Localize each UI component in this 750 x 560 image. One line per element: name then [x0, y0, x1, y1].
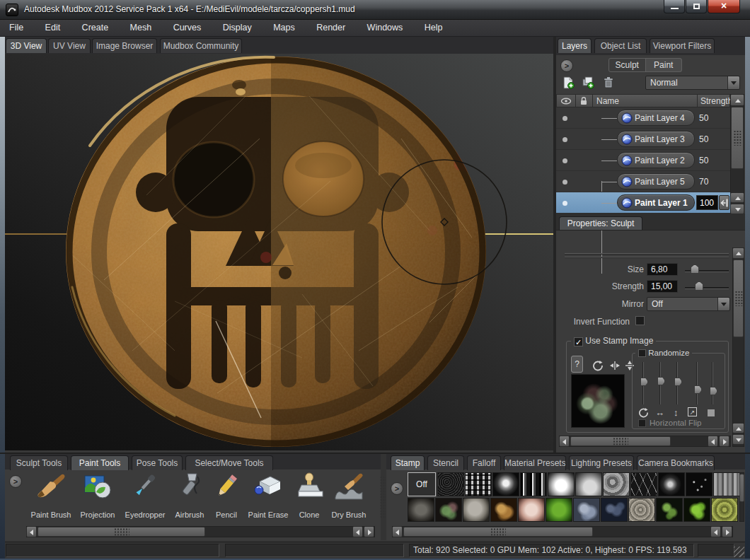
visibility-dot[interactable]	[562, 201, 567, 206]
menu-maps[interactable]: Maps	[264, 20, 304, 37]
random-slider-thumb[interactable]	[674, 378, 682, 386]
random-slider-2[interactable]	[659, 362, 661, 404]
invert-function-checkbox[interactable]	[635, 316, 645, 325]
props-hscroll-right[interactable]	[719, 436, 729, 447]
flip-horizontal-icon[interactable]	[609, 361, 621, 371]
stamp-thumbnail[interactable]	[465, 472, 492, 496]
stamp-thumbnail[interactable]	[573, 498, 600, 522]
layer-strength[interactable]: 50	[699, 156, 708, 165]
preset-scroll-left[interactable]	[392, 526, 403, 537]
random-slider-4[interactable]	[696, 362, 698, 404]
random-slider-thumb[interactable]	[640, 378, 648, 386]
toggle-paint[interactable]: Paint	[646, 59, 682, 71]
tab-paint-tools[interactable]: Paint Tools	[71, 455, 129, 470]
menu-windows[interactable]: Windows	[358, 20, 412, 37]
random-slider-1[interactable]	[642, 362, 644, 404]
resize-grip[interactable]	[734, 547, 744, 557]
stamp-thumbnail[interactable]	[575, 472, 602, 496]
stamp-thumbnail[interactable]	[437, 472, 464, 496]
layer-button[interactable]: Paint Layer 3	[617, 131, 695, 147]
tab-image-browser[interactable]: Image Browser	[92, 38, 157, 53]
tool-scroll-thumb[interactable]	[38, 527, 205, 537]
delete-layer-icon[interactable]	[603, 76, 614, 89]
title-bar[interactable]: Autodesk Mudbox 2012 Service Pack 1 x64 …	[0, 0, 750, 20]
stamp-thumbnail[interactable]	[490, 498, 517, 522]
tab-properties-sculpt[interactable]: Properties: Sculpt	[559, 216, 642, 230]
preset-scroll-thumb[interactable]	[403, 527, 593, 537]
dropdown-arrow-button[interactable]	[717, 298, 729, 310]
tab-select-move-tools[interactable]: Select/Move Tools	[185, 455, 273, 470]
tool-eyedropper[interactable]: Eyedropper	[123, 472, 167, 519]
random-slider-thumb[interactable]	[657, 377, 665, 385]
random-vertical-icon[interactable]: ↕	[674, 408, 679, 418]
random-scale-icon[interactable]: ↗	[688, 407, 697, 416]
new-group-icon[interactable]	[582, 76, 594, 89]
tab-material-presets[interactable]: Material Presets	[504, 455, 566, 470]
preset-scroll-right[interactable]	[722, 526, 732, 537]
tab-mudbox-community[interactable]: Mudbox Community	[160, 38, 242, 53]
stamp-thumbnail[interactable]	[656, 498, 683, 522]
layer-row[interactable]: Paint Layer 4 50	[556, 107, 730, 129]
strength-slider[interactable]	[685, 287, 729, 289]
menu-mesh[interactable]: Mesh	[121, 20, 161, 37]
random-slider-thumb[interactable]	[694, 385, 702, 394]
menu-create[interactable]: Create	[73, 20, 118, 37]
layer-button[interactable]: Paint Layer 5	[617, 173, 695, 189]
menu-help[interactable]: Help	[415, 20, 452, 37]
layer-button[interactable]: Paint Layer 1	[617, 194, 695, 211]
stamp-thumbnail[interactable]	[601, 498, 628, 522]
tab-stamp[interactable]: Stamp	[391, 455, 425, 470]
strength-slider-button[interactable]	[719, 195, 729, 210]
restore-button[interactable]	[686, 0, 707, 13]
minimize-button[interactable]	[664, 0, 685, 13]
layer-scroll-btn-down[interactable]	[730, 204, 744, 214]
props-hscroll-thumb[interactable]	[570, 436, 671, 446]
rotate-stamp-icon[interactable]	[592, 360, 604, 371]
props-vscroll-down[interactable]	[732, 434, 744, 445]
mirror-dropdown[interactable]: Off	[647, 297, 730, 311]
random-slider-thumb[interactable]	[710, 387, 717, 395]
stamp-picker-button[interactable]: ?	[571, 356, 583, 373]
stamp-preview-image[interactable]	[571, 374, 625, 428]
layer-button[interactable]: Paint Layer 2	[617, 152, 695, 168]
tab-stencil[interactable]: Stencil	[427, 455, 464, 470]
tool-projection[interactable]: Projection	[76, 472, 120, 519]
stamp-thumbnail[interactable]	[518, 498, 545, 522]
stamp-thumbnail[interactable]	[408, 498, 434, 522]
tab-viewport-filters[interactable]: Viewport Filters	[650, 38, 715, 53]
tab-pose-tools[interactable]: Pose Tools	[132, 455, 183, 470]
random-horizontal-icon[interactable]: ↔	[655, 408, 664, 418]
stamp-off-button[interactable]: Off	[408, 472, 436, 496]
tool-scroll-left2[interactable]	[352, 526, 363, 537]
size-slider[interactable]	[685, 270, 729, 272]
random-slider-5[interactable]	[712, 362, 713, 404]
viewport-3d[interactable]	[5, 54, 553, 450]
use-stamp-checkbox[interactable]: ✓	[574, 337, 583, 346]
stamp-thumbnail[interactable]	[546, 498, 572, 522]
layer-strength[interactable]: 70	[699, 177, 708, 187]
tab-falloff[interactable]: Falloff	[467, 455, 501, 470]
panel-expand-button[interactable]: >	[560, 59, 573, 72]
visibility-dot[interactable]	[562, 116, 567, 121]
layer-strength[interactable]: 50	[699, 134, 708, 144]
props-vscroll-thumb[interactable]	[733, 259, 744, 337]
lock-column-icon[interactable]	[579, 96, 589, 106]
strength-input[interactable]: 15,00	[647, 280, 678, 293]
preset-scroll-left2[interactable]	[710, 526, 721, 537]
visibility-column-icon[interactable]	[560, 98, 572, 105]
stamp-thumbnail[interactable]	[492, 472, 519, 496]
stamp-thumbnail[interactable]	[548, 472, 575, 496]
toggle-sculpt[interactable]: Sculpt	[609, 59, 645, 71]
new-layer-icon[interactable]	[562, 76, 575, 89]
blend-mode-dropdown[interactable]: Normal	[645, 76, 740, 90]
menu-edit[interactable]: Edit	[36, 20, 70, 37]
random-slider-3[interactable]	[676, 362, 678, 404]
stamp-thumbnail[interactable]	[683, 498, 710, 522]
viewport-canvas[interactable]	[5, 54, 553, 450]
tab-lighting-presets[interactable]: Lighting Presets	[569, 455, 634, 470]
stamp-thumbnail[interactable]	[713, 472, 740, 496]
visibility-dot[interactable]	[562, 180, 567, 185]
layer-row[interactable]: Paint Layer 3 50	[556, 129, 730, 150]
size-slider-thumb[interactable]	[691, 264, 699, 274]
props-hscroll-left2[interactable]	[708, 436, 718, 447]
